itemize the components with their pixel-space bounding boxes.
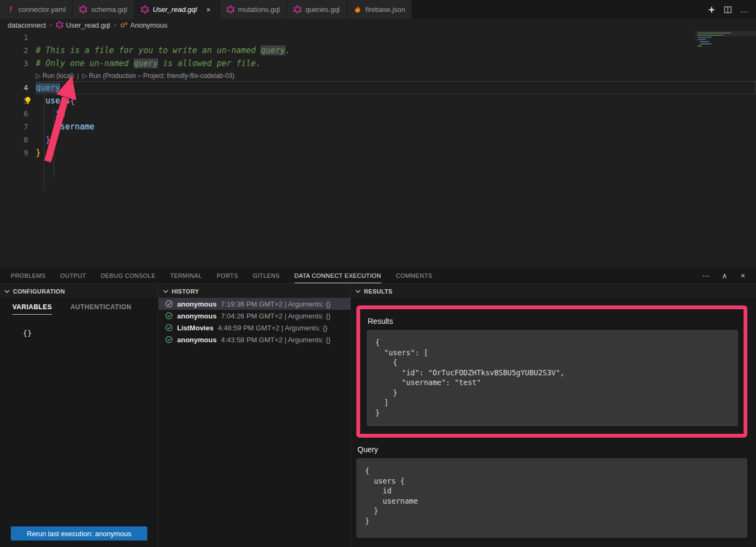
results-content[interactable]: Results { "users": [ { "id": "OrTucFODZH…	[351, 298, 756, 547]
code-content[interactable]	[36, 31, 756, 44]
results-json: { "users": [ { "id": "OrTucFODZHTksvBSBU…	[367, 330, 738, 426]
panel-tab-output[interactable]: OUTPUT	[60, 268, 86, 283]
close-button[interactable]: ×	[739, 271, 747, 280]
lightbulb-icon[interactable]	[24, 96, 32, 105]
code-line-2: 2# This is a file for you to write an un…	[0, 44, 756, 57]
check-circle-icon	[165, 324, 173, 331]
codelens-separator: |	[77, 72, 79, 80]
graphql-icon	[56, 21, 63, 29]
history-entry-name: anonymous	[177, 336, 217, 344]
code-line-8: 8 }	[0, 133, 756, 146]
tab-label: connector.yaml	[18, 5, 66, 14]
query-code: { users { id username } }	[356, 458, 747, 538]
code-content[interactable]: # This is a file for you to write an un-…	[36, 44, 756, 57]
tab-schema.gql[interactable]: schema.gql	[73, 0, 134, 19]
yaml-icon: !	[6, 5, 15, 14]
code-line-9: 9}	[0, 146, 756, 159]
code-content[interactable]: }	[36, 146, 756, 159]
tab-firebase.json[interactable]: firebase.json	[347, 0, 413, 19]
sparkle-icon	[707, 5, 716, 14]
config-tab-authentication[interactable]: AUTHENTICATION	[70, 303, 132, 315]
results-title: RESULTS	[364, 288, 393, 295]
breadcrumb-item-dataconnect[interactable]: dataconnect	[8, 21, 46, 29]
split-editor-icon	[724, 5, 732, 14]
panel-tab-ports[interactable]: PORTS	[217, 268, 238, 283]
code-line-5: 5 users{	[0, 94, 756, 107]
code-content[interactable]: username	[36, 120, 756, 133]
tab-label: mutations.gql	[238, 5, 280, 14]
split-editor-button[interactable]	[724, 5, 732, 14]
symbol-class-icon	[120, 21, 128, 29]
tab-User_read.gql[interactable]: User_read.gql×	[134, 0, 220, 19]
panel-tab-data-connect-execution[interactable]: DATA CONNECT EXECUTION	[295, 268, 381, 283]
panel-tab-debug-console[interactable]: DEBUG CONSOLE	[101, 268, 155, 283]
run-production-link[interactable]: ▷ Run (Production – Project: friendly-fl…	[82, 72, 234, 80]
configuration-section-header[interactable]: CONFIGURATION	[0, 284, 158, 298]
line-number: 8	[0, 133, 36, 146]
editor-tab-bar: !connector.yaml schema.gql User_read.gql…	[0, 0, 756, 19]
code-content[interactable]: # Only one un-named query is allowed per…	[36, 57, 756, 70]
line-number: 7	[0, 120, 36, 133]
chevron-up-button[interactable]: ∧	[720, 271, 729, 280]
variables-value[interactable]: {}	[23, 329, 158, 337]
history-entry[interactable]: anonymous4:43:58 PM GMT+2 | Arguments: {…	[159, 334, 350, 346]
close-icon: ×	[741, 271, 746, 280]
history-entry-name: ListMovies	[177, 324, 213, 332]
line-number: 3	[0, 57, 36, 70]
line-number: 4	[0, 81, 36, 94]
code-content[interactable]: users{	[36, 94, 756, 107]
code-editor[interactable]: 12# This is a file for you to write an u…	[0, 31, 756, 268]
history-entry[interactable]: ListMovies4:48:59 PM GMT+2 | Arguments: …	[159, 322, 350, 334]
history-entry-detail: 7:19:36 PM GMT+2 | Arguments: {}	[221, 300, 330, 308]
graphql-icon	[294, 5, 302, 14]
history-entry-detail: 7:04:26 PM GMT+2 | Arguments: {}	[221, 312, 330, 320]
results-section-header[interactable]: RESULTS	[351, 284, 756, 298]
sparkle-button[interactable]	[707, 5, 716, 14]
tab-mutations.gql[interactable]: mutations.gql	[220, 0, 287, 19]
panel-tab-gitlens[interactable]: GITLENS	[253, 268, 280, 283]
line-number: 6	[0, 107, 36, 120]
panel-tab-bar: PROBLEMSOUTPUTDEBUG CONSOLETERMINALPORTS…	[0, 268, 756, 284]
tab-queries.gql[interactable]: queries.gql	[287, 0, 347, 19]
more-icon: ⋯	[702, 271, 710, 280]
breadcrumb: dataconnect› User_read.gql› Anonymous	[0, 19, 756, 31]
breadcrumb-item-User_read.gql[interactable]: User_read.gql	[56, 21, 110, 29]
configuration-tabs: VARIABLESAUTHENTICATION	[0, 298, 158, 315]
rerun-button[interactable]: Rerun last execution: anonymous	[11, 526, 147, 541]
graphql-icon	[226, 5, 234, 14]
config-tab-variables[interactable]: VARIABLES	[12, 303, 52, 315]
code-content[interactable]: query {	[36, 81, 756, 94]
run-local-link[interactable]: ▷ Run (local)	[36, 72, 74, 80]
check-circle-icon	[165, 336, 173, 343]
minimap[interactable]	[695, 31, 756, 268]
code-content[interactable]: ▷ Run (local)|▷ Run (Production – Projec…	[36, 70, 756, 81]
tab-connector.yaml[interactable]: !connector.yaml	[0, 0, 73, 19]
history-entry-detail: 4:43:58 PM GMT+2 | Arguments: {}	[221, 336, 330, 344]
history-entry[interactable]: anonymous7:19:36 PM GMT+2 | Arguments: {…	[159, 298, 350, 310]
more-button[interactable]: ⋯	[702, 271, 711, 280]
history-entry-detail: 4:48:59 PM GMT+2 | Arguments: {}	[218, 324, 327, 332]
history-entry-name: anonymous	[177, 312, 217, 320]
panel-tab-terminal[interactable]: TERMINAL	[170, 268, 202, 283]
line-number: 2	[0, 44, 36, 57]
panel-tab-problems[interactable]: PROBLEMS	[11, 268, 45, 283]
breadcrumb-item-Anonymous[interactable]: Anonymous	[120, 21, 168, 29]
graphql-icon	[141, 5, 149, 14]
close-tab-icon[interactable]: ×	[204, 5, 213, 14]
code-line-7: 7 username	[0, 120, 756, 133]
history-entry[interactable]: anonymous7:04:26 PM GMT+2 | Arguments: {…	[159, 310, 350, 322]
more-button[interactable]: …	[740, 5, 748, 14]
code-line-3: 3# Only one un-named query is allowed pe…	[0, 57, 756, 70]
tab-label: firebase.json	[366, 5, 406, 14]
check-circle-icon	[165, 312, 173, 320]
history-section-header[interactable]: HISTORY	[159, 284, 350, 298]
codelens-row: ▷ Run (local)|▷ Run (Production – Projec…	[0, 70, 756, 81]
firebase-icon	[354, 5, 362, 14]
code-content[interactable]: id	[36, 107, 756, 120]
breadcrumb-separator: ›	[50, 21, 52, 29]
code-line-4: 4query {	[0, 81, 756, 94]
panel-tab-comments[interactable]: COMMENTS	[396, 268, 432, 283]
code-content[interactable]: }	[36, 133, 756, 146]
bottom-panel: PROBLEMSOUTPUTDEBUG CONSOLETERMINALPORTS…	[0, 268, 756, 547]
history-entry-name: anonymous	[177, 300, 217, 308]
